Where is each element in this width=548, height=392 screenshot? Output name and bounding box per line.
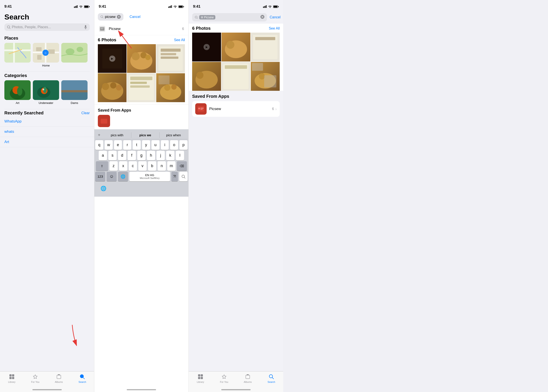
suggestion-pics-when[interactable]: pics when — [160, 132, 188, 138]
clear-button[interactable]: Clear — [81, 111, 90, 115]
photo-thumb-2[interactable] — [127, 44, 156, 73]
tab-foryou-right[interactable]: For You — [212, 374, 236, 383]
search-bar-right[interactable]: ⊞ Picsew — [192, 13, 267, 21]
key-i[interactable]: i — [161, 140, 169, 150]
key-l[interactable]: l — [176, 151, 184, 160]
key-h[interactable]: h — [147, 151, 155, 160]
key-z[interactable]: z — [109, 161, 118, 171]
svg-rect-101 — [192, 33, 221, 62]
app-icon-picsew — [99, 25, 106, 32]
key-b[interactable]: b — [148, 161, 156, 171]
key-q[interactable]: q — [95, 140, 103, 150]
key-delete[interactable]: ⌫ — [177, 161, 187, 171]
key-punctuation[interactable]: ?! — [171, 172, 178, 181]
tab-albums-label-right: Albums — [244, 381, 252, 383]
tab-foryou-left[interactable]: For You — [24, 374, 47, 383]
cancel-button-middle[interactable]: Cancel — [127, 15, 143, 19]
right-app-picsew[interactable]: Picsew 6 › — [192, 101, 280, 117]
key-v[interactable]: v — [138, 161, 147, 171]
photo-thumb-3[interactable] — [156, 44, 185, 73]
tab-search-left[interactable]: Search — [71, 374, 94, 383]
tab-albums-left[interactable]: Albums — [47, 374, 71, 383]
key-c[interactable]: c — [129, 161, 137, 171]
search-bar-middle[interactable]: picsew ✕ — [98, 13, 123, 21]
key-globe-bottom[interactable]: 🌐 — [99, 184, 108, 193]
battery-icon — [84, 5, 90, 8]
photo-thumb-5[interactable] — [127, 73, 156, 102]
photo-thumb-1[interactable]: ▶ — [98, 44, 127, 73]
svg-point-64 — [132, 52, 140, 60]
key-m[interactable]: m — [167, 161, 176, 171]
key-u[interactable]: u — [151, 140, 160, 150]
tab-library-left[interactable]: Library — [0, 374, 24, 383]
category-dams[interactable]: Dams — [61, 80, 87, 105]
right-photo-2[interactable] — [221, 33, 250, 62]
tab-search-right[interactable]: Search — [260, 374, 283, 383]
right-photo-3[interactable] — [251, 33, 280, 62]
tab-albums-right[interactable]: Albums — [236, 374, 260, 383]
suggestion-pics-with[interactable]: pics with — [103, 132, 131, 138]
key-n[interactable]: n — [157, 161, 166, 171]
right-photo-1[interactable]: ▶ — [192, 33, 221, 62]
place-card-2[interactable]: ⌂ Home — [33, 43, 59, 67]
for-you-icon-left — [32, 374, 38, 380]
key-p[interactable]: p — [179, 140, 188, 150]
tab-library-right[interactable]: Library — [189, 374, 212, 383]
key-a[interactable]: a — [99, 151, 107, 160]
right-photo-6[interactable] — [251, 62, 280, 91]
see-all-middle[interactable]: See All — [174, 38, 185, 42]
key-k[interactable]: k — [166, 151, 174, 160]
key-x[interactable]: x — [119, 161, 127, 171]
key-y[interactable]: y — [142, 140, 150, 150]
search-bar-left[interactable]: Photos, People, Places... — [4, 23, 90, 31]
recent-art[interactable]: Art — [0, 137, 94, 147]
key-emoji[interactable]: ☺ — [107, 172, 117, 181]
recent-whats[interactable]: whats — [0, 127, 94, 137]
category-image-art — [4, 80, 31, 100]
right-photo-4[interactable] — [192, 62, 221, 91]
places-row: ⌂ Home — [0, 43, 94, 71]
cancel-button-right[interactable]: Cancel — [267, 15, 283, 19]
photos-grid-middle: ▶ — [98, 44, 185, 102]
key-t[interactable]: t — [133, 140, 141, 150]
key-g[interactable]: g — [137, 151, 146, 160]
svg-point-103 — [226, 41, 234, 49]
suggestion-pics-we[interactable]: pics we — [131, 132, 160, 138]
keyboard-add-btn[interactable]: + — [95, 133, 103, 138]
place-card-3[interactable] — [61, 43, 87, 67]
key-r[interactable]: r — [123, 140, 131, 150]
key-numbers[interactable]: 123 — [95, 172, 105, 181]
right-photo-5[interactable] — [221, 62, 250, 91]
suggestion-item-picsew[interactable]: Picsew 6 — [94, 23, 188, 35]
recent-whatsapp[interactable]: WhatsApp — [0, 116, 94, 127]
key-j[interactable]: j — [157, 151, 165, 160]
clear-btn-right[interactable] — [260, 15, 264, 20]
key-f[interactable]: f — [128, 151, 136, 160]
key-o[interactable]: o — [170, 140, 178, 150]
key-w[interactable]: w — [105, 140, 113, 150]
place-card-1[interactable] — [4, 43, 31, 67]
key-globe[interactable]: 🌐 — [118, 172, 128, 181]
key-search-keyboard[interactable] — [179, 172, 188, 181]
svg-rect-122 — [201, 374, 203, 377]
photo-thumb-6[interactable] — [156, 73, 185, 102]
key-e[interactable]: e — [114, 140, 122, 150]
clear-button-middle[interactable]: ✕ — [117, 15, 121, 19]
category-art[interactable]: Art — [4, 80, 31, 105]
key-shift[interactable]: ⇧ — [96, 161, 108, 171]
photo-thumb-4[interactable] — [98, 73, 127, 102]
search-input-middle[interactable]: picsew — [105, 15, 115, 19]
key-d[interactable]: d — [118, 151, 126, 160]
category-underwater[interactable]: Underwater — [33, 80, 59, 105]
svg-rect-115 — [264, 75, 276, 87]
svg-rect-50 — [171, 5, 172, 8]
tab-search-label-right: Search — [268, 381, 275, 383]
svg-rect-42 — [57, 375, 61, 379]
see-all-right[interactable]: See All — [269, 27, 280, 30]
svg-rect-37 — [61, 90, 87, 92]
key-space[interactable]: EN HG Microsoft SwiftKey — [129, 172, 170, 181]
search-icon-right — [195, 16, 198, 19]
svg-rect-106 — [255, 37, 275, 40]
key-s[interactable]: s — [108, 151, 117, 160]
category-svg-underwater — [33, 80, 59, 100]
